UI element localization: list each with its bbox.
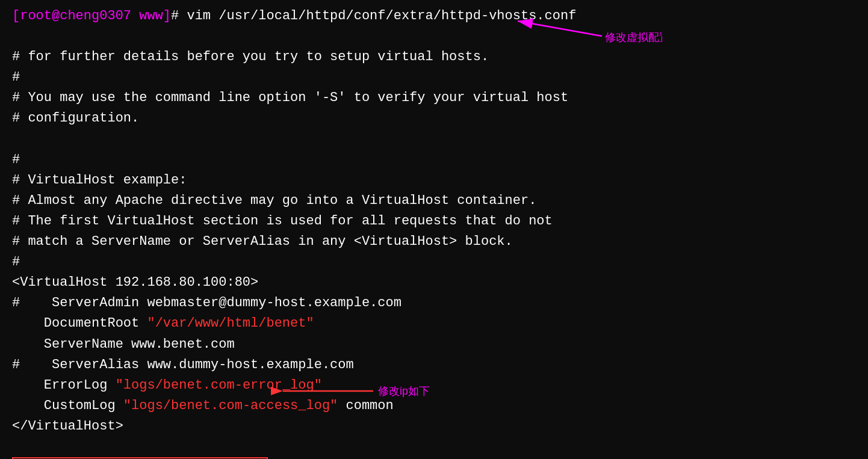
vhost1-open: <VirtualHost 192.168.80.100:80> [12, 273, 856, 293]
comment-line-6: # VirtualHost example: [12, 170, 856, 191]
prompt-hash: # [171, 8, 187, 23]
prompt-path: www [139, 8, 163, 23]
prompt-bracket-open: [ [12, 8, 20, 23]
vhost1-serveralias: # ServerAlias www.dummy-host.example.com [12, 355, 856, 375]
comment-line-10: # [12, 252, 856, 273]
blank-line-2 [12, 129, 856, 150]
comment-line-8: # The first VirtualHost section is used … [12, 211, 856, 232]
terminal-content: [root@cheng0307 www]# vim /usr/local/htt… [12, 6, 856, 459]
prompt-user: root@cheng0307 [20, 8, 131, 23]
vhost1-customlog: CustomLog "logs/benet.com-access_log" co… [12, 396, 856, 416]
comment-line-3: # You may use the command line option '-… [12, 88, 856, 108]
blank-line-3 [12, 437, 856, 457]
comment-line-1: # for further details before you try to … [12, 47, 856, 67]
vim-command: vim /usr/local/httpd/conf/extra/httpd-vh… [187, 8, 576, 23]
vhost1-serveradmin: # ServerAdmin webmaster@dummy-host.examp… [12, 293, 856, 313]
vhost1-close: </VirtualHost> [12, 416, 856, 437]
prompt-space [131, 8, 139, 23]
comment-line-7: # Almost any Apache directive may go int… [12, 191, 856, 211]
comment-line-9: # match a ServerName or ServerAlias in a… [12, 232, 856, 252]
blank-line-1 [12, 26, 856, 47]
comment-line-5: # [12, 150, 856, 170]
vhost1-docroot: DocumentRoot "/var/www/html/benet" [12, 313, 856, 334]
vhost1-servername: ServerName www.benet.com [12, 334, 856, 355]
prompt-bracket-close: ] [163, 8, 171, 23]
comment-line-2: # [12, 67, 856, 88]
vhost1-errorlog: ErrorLog "logs/benet.com-error_log" [12, 375, 856, 396]
prompt-line: [root@cheng0307 www]# vim /usr/local/htt… [12, 6, 856, 26]
comment-line-4: # configuration. [12, 108, 856, 129]
